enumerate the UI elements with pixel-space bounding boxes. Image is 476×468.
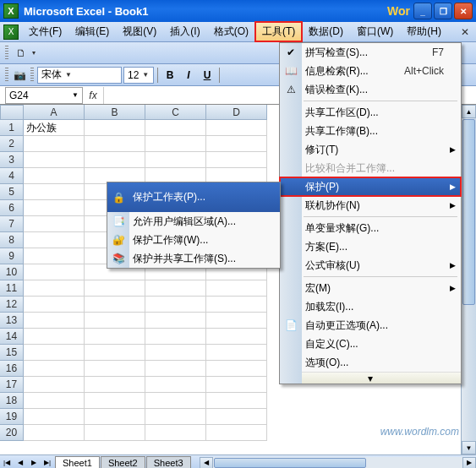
cell[interactable] — [145, 136, 206, 152]
menu-error-check[interactable]: ⚠错误检查(K)... — [280, 80, 461, 99]
cell[interactable] — [206, 280, 267, 297]
camera-icon[interactable]: 📷 — [12, 68, 27, 82]
row-header[interactable]: 2 — [0, 136, 24, 152]
cell[interactable] — [24, 152, 85, 168]
row-header[interactable]: 17 — [0, 377, 24, 393]
menu-formula-audit[interactable]: 公式审核(U)▶ — [280, 256, 461, 275]
menu-research[interactable]: 📖信息检索(R)...Alt+Click — [280, 62, 461, 80]
menu-options[interactable]: 选项(O)... — [280, 353, 461, 372]
grip-icon[interactable] — [30, 68, 34, 83]
column-header[interactable]: D — [206, 105, 267, 120]
menu-spellcheck[interactable]: ✔拼写检查(S)...F7 — [280, 43, 461, 62]
cell[interactable] — [145, 313, 206, 329]
tab-first-button[interactable]: |◀ — [0, 456, 14, 469]
menu-file[interactable]: 文件(F) — [22, 22, 68, 41]
cell[interactable] — [206, 409, 267, 425]
row-header[interactable]: 11 — [0, 280, 24, 297]
menu-addins[interactable]: 加载宏(I)... — [280, 297, 461, 316]
underline-button[interactable]: U — [199, 67, 216, 84]
italic-button[interactable]: I — [180, 67, 197, 84]
scroll-thumb[interactable] — [214, 458, 366, 468]
cell[interactable] — [206, 345, 267, 361]
row-header[interactable]: 14 — [0, 329, 24, 345]
row-header[interactable]: 19 — [0, 409, 24, 425]
menu-expand-icon[interactable]: ▾ — [280, 372, 461, 384]
grip-icon[interactable] — [5, 46, 8, 61]
tab-prev-button[interactable]: ◀ — [14, 456, 27, 469]
cell[interactable] — [206, 361, 267, 377]
cell[interactable] — [85, 152, 145, 168]
menu-data[interactable]: 数据(D) — [302, 22, 350, 41]
row-header[interactable]: 6 — [0, 200, 24, 216]
menu-protect[interactable]: 保护(P)▶ — [280, 177, 461, 196]
scroll-down-button[interactable]: ▼ — [462, 441, 476, 454]
row-header[interactable]: 12 — [0, 297, 24, 313]
cell[interactable] — [24, 345, 85, 361]
toolbar-overflow[interactable]: ▾ — [32, 49, 36, 57]
menu-goal-seek[interactable]: 单变量求解(G)... — [280, 219, 461, 237]
cell[interactable] — [85, 313, 145, 329]
cell[interactable] — [85, 280, 145, 297]
cell[interactable] — [24, 200, 85, 216]
column-header[interactable]: A — [24, 105, 85, 120]
cell[interactable] — [206, 425, 267, 441]
menu-insert[interactable]: 插入(I) — [163, 22, 206, 41]
cell[interactable] — [85, 297, 145, 313]
menu-autocorrect[interactable]: 📄自动更正选项(A)... — [280, 316, 461, 335]
cell[interactable] — [85, 136, 145, 152]
row-header[interactable]: 8 — [0, 232, 24, 248]
cell[interactable] — [145, 377, 206, 393]
menu-protect-sheet[interactable]: 🔒保护工作表(P)... — [107, 182, 280, 212]
menu-window[interactable]: 窗口(W) — [350, 22, 400, 41]
menu-scenarios[interactable]: 方案(E)... — [280, 237, 461, 256]
row-header[interactable]: 16 — [0, 361, 24, 377]
cell[interactable] — [206, 152, 267, 168]
cell[interactable] — [24, 232, 85, 248]
column-header[interactable]: C — [145, 105, 206, 120]
cell[interactable] — [24, 280, 85, 297]
cell[interactable] — [24, 361, 85, 377]
menu-macro[interactable]: 宏(M)▶ — [280, 279, 461, 297]
cell[interactable] — [206, 329, 267, 345]
cell[interactable] — [24, 393, 85, 409]
font-size-select[interactable]: 12 ▼ — [123, 67, 154, 84]
cell[interactable] — [85, 393, 145, 409]
cell[interactable] — [24, 168, 85, 184]
cell[interactable] — [85, 361, 145, 377]
cell[interactable] — [145, 120, 206, 136]
cell[interactable] — [24, 313, 85, 329]
cell[interactable] — [85, 345, 145, 361]
bold-button[interactable]: B — [161, 67, 178, 84]
sheet-tab[interactable]: Sheet2 — [101, 456, 145, 468]
menu-tools[interactable]: 工具(T) — [255, 22, 302, 41]
row-header[interactable]: 13 — [0, 313, 24, 329]
select-all-button[interactable] — [0, 105, 24, 120]
cell[interactable] — [206, 393, 267, 409]
menu-allow-edit-ranges[interactable]: 📑允许用户编辑区域(A)... — [107, 212, 280, 231]
row-header[interactable]: 18 — [0, 393, 24, 409]
font-name-select[interactable]: 宋体 ▼ — [37, 67, 122, 84]
scroll-right-button[interactable]: ▶ — [462, 457, 476, 469]
cell[interactable] — [145, 297, 206, 313]
cell[interactable] — [206, 313, 267, 329]
vertical-scrollbar[interactable]: ▲ ▼ — [461, 105, 476, 454]
row-header[interactable]: 10 — [0, 264, 24, 280]
mdi-close-button[interactable]: ✕ — [457, 24, 473, 40]
menu-view[interactable]: 视图(V) — [116, 22, 163, 41]
row-header[interactable]: 9 — [0, 248, 24, 264]
menu-protect-share[interactable]: 📚保护并共享工作簿(S)... — [107, 249, 280, 268]
cell[interactable] — [85, 425, 145, 441]
cell[interactable] — [24, 184, 85, 200]
menu-shared-workspace[interactable]: 共享工作区(D)... — [280, 103, 461, 122]
cell[interactable] — [85, 409, 145, 425]
name-box[interactable]: G24 ▼ — [5, 87, 83, 104]
scroll-up-button[interactable]: ▲ — [462, 105, 476, 118]
cell[interactable] — [24, 216, 85, 232]
cell[interactable] — [145, 345, 206, 361]
cell[interactable] — [85, 120, 145, 136]
cell[interactable] — [24, 136, 85, 152]
cell[interactable] — [24, 264, 85, 280]
cell[interactable] — [145, 329, 206, 345]
cell[interactable] — [24, 297, 85, 313]
cell[interactable] — [206, 297, 267, 313]
